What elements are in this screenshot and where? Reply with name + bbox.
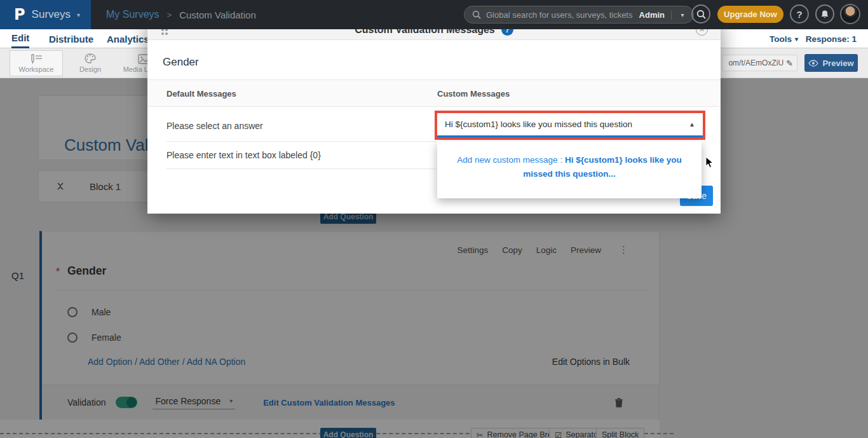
column-custom-messages: Custom Messages xyxy=(437,89,510,99)
custom-message-dropdown: Add new custom message : Hi ${custom1} l… xyxy=(437,141,702,198)
breadcrumb-current: Custom Validation xyxy=(179,10,256,20)
upgrade-now-button[interactable]: Upgrade Now xyxy=(717,6,783,23)
toolbar-item-workspace[interactable]: Workspace xyxy=(10,50,63,76)
eye-icon xyxy=(808,60,818,67)
proprofs-logo: P xyxy=(14,6,25,24)
custom-message-value: Hi ${custom1} looks like you missed this… xyxy=(445,120,689,129)
notifications-bell-icon[interactable] xyxy=(815,4,834,24)
chevron-down-icon: ▾ xyxy=(77,11,80,18)
preview-label: Preview xyxy=(822,58,853,68)
breadcrumb-separator: > xyxy=(167,10,172,20)
custom-message-select[interactable]: Hi ${custom1} looks like you missed this… xyxy=(437,113,703,137)
add-new-custom-message-link[interactable]: Add new custom message : xyxy=(457,155,565,165)
tools-menu[interactable]: Tools ▾ xyxy=(770,29,798,48)
chevron-up-icon: ▲ xyxy=(689,121,695,128)
divider xyxy=(166,141,436,142)
app-logo-area[interactable]: P Surveys ▾ xyxy=(0,0,91,29)
response-count[interactable]: Response: 1 xyxy=(806,29,857,48)
edit-url-pencil-icon[interactable]: ✎ xyxy=(786,58,793,68)
tools-label: Tools xyxy=(770,34,792,44)
default-message-2: Please enter text in text box labeled {0… xyxy=(166,150,321,160)
global-search-bar[interactable]: Global search for users, surveys, ticket… xyxy=(464,6,694,24)
mouse-cursor xyxy=(705,156,714,168)
default-message-1: Please select an answer xyxy=(166,121,263,131)
toolbar-item-design[interactable]: Design xyxy=(64,50,117,76)
chevron-down-icon: ▾ xyxy=(795,36,798,43)
toolbar-label: Design xyxy=(79,65,101,73)
top-navbar: P Surveys ▾ My Surveys > Custom Validati… xyxy=(0,0,868,29)
help-icon[interactable]: ? xyxy=(790,4,809,24)
workspace-icon xyxy=(29,54,43,64)
survey-url-value: om/t/AEmOxZiU xyxy=(726,58,783,67)
avatar[interactable] xyxy=(840,4,860,24)
search-icon xyxy=(472,10,481,19)
search-input[interactable]: Global search for users, surveys, ticket… xyxy=(486,10,633,20)
messages-table-header: Default Messages Custom Messages xyxy=(147,80,721,107)
product-name: Surveys xyxy=(32,8,71,21)
modal-question-heading: Gender xyxy=(163,56,199,69)
preview-button[interactable]: Preview xyxy=(804,54,858,72)
toolbar-label: Workspace xyxy=(19,65,54,73)
breadcrumb-my-surveys[interactable]: My Surveys xyxy=(106,9,159,20)
custom-validation-modal: Custom Validation Messages ? ✕ Gender De… xyxy=(147,19,721,214)
search-submit-button[interactable] xyxy=(691,4,710,24)
search-scope-label: Admin xyxy=(633,10,672,20)
survey-url-field[interactable]: om/t/AEmOxZiU ✎ xyxy=(722,55,797,71)
search-scope-dropdown[interactable]: ▾ xyxy=(672,11,693,18)
divider xyxy=(166,168,436,169)
breadcrumb: My Surveys > Custom Validation xyxy=(106,0,256,29)
column-default-messages: Default Messages xyxy=(166,89,236,99)
palette-icon xyxy=(84,53,97,64)
tab-analytics[interactable]: Analytics xyxy=(107,29,149,48)
tab-edit[interactable]: Edit xyxy=(11,29,29,48)
tab-distribute[interactable]: Distribute xyxy=(49,29,93,48)
highlight-red-box: Hi ${custom1} looks like you missed this… xyxy=(435,111,705,140)
